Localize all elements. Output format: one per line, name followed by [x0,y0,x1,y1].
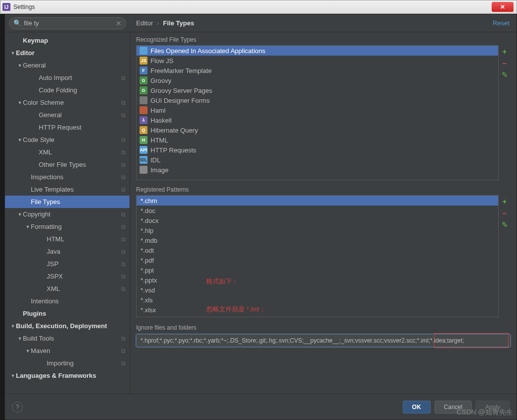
sidebar-item-jspx[interactable]: JSPX⧉ [5,270,130,282]
sidebar-item-general[interactable]: General⧉ [5,109,130,121]
file-type-row[interactable]: HHTML [137,135,498,145]
sidebar-item-other-file-types[interactable]: Other File Types⧉ [5,158,130,171]
file-type-row[interactable]: QHibernate Query [137,125,498,135]
remove-file-type-button[interactable]: − [501,59,509,67]
pattern-row[interactable]: *.chm [137,196,498,206]
sidebar-item-build-execution-deployment[interactable]: Build, Execution, Deployment [5,320,130,332]
breadcrumb-root[interactable]: Editor [136,19,153,27]
file-type-label: GUI Designer Forms [150,97,210,104]
sidebar-item-inspections[interactable]: Inspections⧉ [5,171,130,183]
sidebar-item-label: JSPX [47,273,121,280]
sidebar-item-plugins[interactable]: Plugins [5,307,130,320]
sidebar-item-html[interactable]: HTML⧉ [5,233,130,245]
file-types-toolbar: + − ✎ [499,45,511,180]
pattern-row[interactable]: *.pdf [137,255,498,265]
ok-button[interactable]: OK [403,401,431,414]
settings-tree[interactable]: KeymapEditorGeneralAuto Import⧉Code Fold… [5,32,130,394]
tree-arrow-icon[interactable] [17,336,23,341]
window-title: Settings [13,3,35,10]
copy-icon: ⧉ [121,261,126,268]
tree-arrow-icon[interactable] [17,212,23,217]
sidebar-item-label: File Types [31,198,126,206]
sidebar-item-auto-import[interactable]: Auto Import⧉ [5,71,130,84]
sidebar-item-xml[interactable]: XML⧉ [5,282,130,295]
pattern-row[interactable]: *.docx [137,215,498,225]
add-file-type-button[interactable]: + [501,47,509,55]
sidebar-item-formatting[interactable]: Formatting⧉ [5,220,130,233]
copy-icon: ⧉ [121,174,126,181]
patterns-list[interactable]: *.chm*.doc*.docx*.hlp*.mdb*.odt*.pdf*.pp… [136,195,499,317]
tree-arrow-icon[interactable] [17,100,23,105]
file-type-row[interactable]: Image [137,165,498,175]
sidebar-item-label: Code Style [23,136,121,143]
sidebar-item-xml[interactable]: XML⧉ [5,146,130,158]
sidebar-item-keymap[interactable]: Keymap [5,34,130,47]
copy-icon: ⧉ [121,236,126,243]
registered-label: Registered Patterns [136,186,511,193]
sidebar-item-label: JSP [47,260,121,268]
clear-search-icon[interactable]: ✕ [116,19,122,27]
sidebar-item-general[interactable]: General [5,59,130,71]
tree-arrow-icon[interactable] [10,51,16,56]
sidebar-item-jsp[interactable]: JSP⧉ [5,258,130,270]
ignore-input[interactable] [136,334,511,347]
sidebar-item-label: HTTP Request [39,124,126,131]
reset-link[interactable]: Reset [486,14,517,32]
edit-file-type-button[interactable]: ✎ [501,71,509,79]
copy-icon: ⧉ [121,211,126,218]
sidebar-item-maven[interactable]: Maven⧉ [5,345,130,357]
pattern-row[interactable]: *.xls [137,295,498,305]
sidebar-item-intentions[interactable]: Intentions [5,295,130,307]
file-type-row[interactable]: APIHTTP Requests [137,145,498,155]
pattern-row[interactable]: *.hlp [137,225,498,235]
sidebar-item-importing[interactable]: Importing⧉ [5,357,130,369]
sidebar-item-build-tools[interactable]: Build Tools⧉ [5,332,130,345]
file-type-label: Hibernate Query [150,127,198,134]
sidebar-item-code-folding[interactable]: Code Folding [5,84,130,96]
sidebar-item-live-templates[interactable]: Live Templates⧉ [5,183,130,196]
cancel-button[interactable]: Cancel [435,401,472,414]
sidebar-item-editor[interactable]: Editor [5,47,130,59]
search-input[interactable] [24,19,116,27]
sidebar-item-file-types[interactable]: File Types [5,196,130,208]
file-type-row[interactable]: GGroovy Server Pages [137,85,498,95]
sidebar-item-java[interactable]: Java⧉ [5,245,130,258]
sidebar-item-color-scheme[interactable]: Color Scheme⧉ [5,96,130,109]
file-type-row[interactable]: FFreeMarker Template [137,66,498,75]
file-type-row[interactable]: Haml [137,105,498,115]
pattern-row[interactable]: *.mdb [137,235,498,245]
pattern-row[interactable]: *.odt [137,245,498,255]
apply-button[interactable]: Apply [476,401,510,414]
pattern-row[interactable]: *.xlsx [137,305,498,315]
tree-arrow-icon[interactable] [10,324,16,329]
remove-pattern-button[interactable]: − [501,209,509,217]
file-type-row[interactable]: JSFlow JS [137,56,498,66]
file-types-list[interactable]: Files Opened In Associated ApplicationsJ… [136,45,499,180]
edit-pattern-button[interactable]: ✎ [501,221,509,229]
tree-arrow-icon[interactable] [10,373,16,378]
file-type-row[interactable]: GUI Designer Forms [137,95,498,105]
file-type-label: Flow JS [150,57,173,65]
file-type-row[interactable]: λHaskell [137,115,498,125]
file-type-row[interactable]: IDLIDL [137,155,498,165]
tree-arrow-icon[interactable] [25,349,31,353]
file-type-row[interactable]: Files Opened In Associated Applications [137,46,498,56]
pattern-row[interactable]: *.doc [137,206,498,215]
sidebar-item-label: Auto Import [39,74,121,81]
pattern-row[interactable]: *.pptx [137,275,498,285]
sidebar-item-languages-frameworks[interactable]: Languages & Frameworks [5,369,130,382]
sidebar-item-label: General [23,62,126,69]
add-pattern-button[interactable]: + [501,197,509,205]
file-type-row[interactable]: GGroovy [137,75,498,85]
sidebar-item-copyright[interactable]: Copyright⧉ [5,208,130,220]
pattern-row[interactable]: *.vsd [137,285,498,295]
sidebar-item-code-style[interactable]: Code Style⧉ [5,134,130,146]
tree-arrow-icon[interactable] [17,138,23,142]
close-button[interactable]: ✕ [492,2,514,12]
tree-arrow-icon[interactable] [17,63,23,68]
sidebar-item-http-request[interactable]: HTTP Request [5,121,130,134]
help-button[interactable]: ? [12,402,23,413]
pattern-row[interactable]: *.ppt [137,265,498,275]
tree-arrow-icon[interactable] [25,224,31,229]
patterns-toolbar: + − ✎ [499,195,511,317]
